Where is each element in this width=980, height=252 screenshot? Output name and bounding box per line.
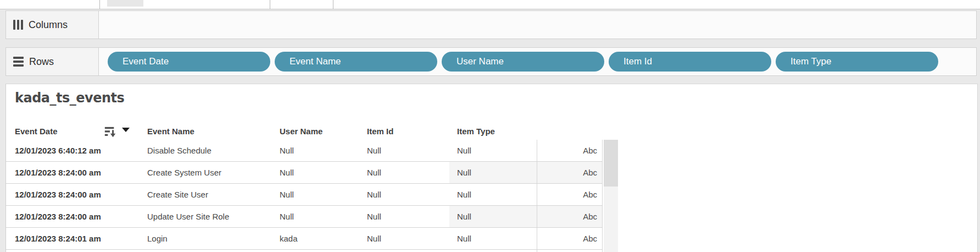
table-row[interactable]: 12/01/2023 8:24:00 am Update User Site R… [6, 206, 603, 228]
cell-item-id: Null [367, 162, 381, 183]
columns-shelf-label-text: Columns [29, 19, 68, 31]
cell-event-date: 12/01/2023 8:24:00 am [15, 162, 101, 183]
column-header-event-date[interactable]: Event Date [15, 125, 58, 140]
partial-tab-shape [107, 0, 143, 7]
top-strip-divider [99, 0, 100, 9]
top-strip-divider [270, 0, 270, 9]
column-header-item-id[interactable]: Item Id [367, 125, 393, 140]
table-row[interactable]: 12/01/2023 8:24:00 am Create System User… [6, 162, 603, 184]
sort-descending-icon[interactable] [102, 126, 118, 138]
column-header-event-name[interactable]: Event Name [147, 125, 194, 140]
field-pill-item-type[interactable]: Item Type [776, 52, 938, 72]
cell-event-date: 12/01/2023 8:24:01 am [15, 228, 101, 249]
cell-item-type: Null [449, 184, 537, 205]
table-header-row: Event Date Event Name User Name Item Id … [6, 125, 603, 141]
cell-item-type: Null [449, 162, 537, 183]
cell-event-name: Update User Site Role [147, 206, 229, 227]
table-row-partial[interactable] [6, 250, 603, 252]
columns-shelf-label: Columns [6, 11, 99, 39]
mark-placeholder-cell: Abc [537, 228, 603, 249]
cell-user-name: kada [280, 228, 298, 249]
mark-placeholder-cell: Abc [537, 162, 603, 183]
cell-user-name: Null [280, 184, 294, 205]
cell-item-type: Null [449, 228, 537, 249]
rows-shelf-icon [13, 57, 24, 67]
mark-placeholder-cell [537, 250, 603, 252]
cell-user-name: Null [280, 140, 294, 161]
sheet-title: kada_ts_events [15, 90, 124, 106]
mark-placeholder-cell: Abc [537, 184, 603, 205]
worksheet-panel: kada_ts_events Event Date Event Name Use… [5, 84, 978, 252]
cell-event-name: Disable Schedule [147, 140, 211, 161]
cell-user-name: Null [280, 162, 294, 183]
vertical-scrollbar[interactable] [604, 140, 618, 252]
cell-user-name: Null [280, 206, 294, 227]
cell-event-name: Create System User [147, 162, 221, 183]
cell-item-type: Null [449, 206, 537, 227]
cell-event-date: 12/01/2023 8:24:00 am [15, 184, 101, 205]
rows-pill-area[interactable]: Event DateEvent NameUser NameItem IdItem… [99, 48, 976, 75]
cell-item-id: Null [367, 184, 381, 205]
cell-item-id: Null [367, 228, 381, 249]
cell-item-type: Null [449, 140, 537, 161]
cell-item-id: Null [367, 206, 381, 227]
columns-shelf-icon [13, 20, 23, 30]
rows-shelf[interactable]: Rows Event DateEvent NameUser NameItem I… [5, 47, 977, 76]
table-body: 12/01/2023 6:40:12 am Disable Schedule N… [6, 140, 603, 252]
top-strip-divider [333, 0, 333, 9]
mark-placeholder-cell: Abc [537, 140, 603, 161]
columns-shelf[interactable]: Columns [5, 10, 977, 39]
column-header-user-name[interactable]: User Name [280, 125, 322, 140]
cell-event-name: Login [147, 228, 168, 249]
field-pill-item-id[interactable]: Item Id [609, 52, 771, 72]
cell-event-date: 12/01/2023 8:24:00 am [15, 206, 101, 227]
table-row[interactable]: 12/01/2023 8:24:00 am Create Site User N… [6, 184, 603, 206]
columns-pill-area[interactable] [99, 11, 976, 39]
scrollbar-thumb[interactable] [604, 140, 618, 187]
rows-shelf-label-text: Rows [29, 56, 54, 68]
rows-shelf-label: Rows [6, 48, 99, 75]
table-row[interactable]: 12/01/2023 8:24:01 am Login kada Null Nu… [6, 228, 603, 250]
header-menu-caret-icon[interactable] [122, 128, 130, 132]
table-row[interactable]: 12/01/2023 6:40:12 am Disable Schedule N… [6, 140, 603, 162]
field-pill-event-name[interactable]: Event Name [275, 52, 437, 72]
cell-event-name: Create Site User [147, 184, 208, 205]
cell-item-id: Null [367, 140, 381, 161]
field-pill-event-date[interactable]: Event Date [108, 52, 270, 72]
field-pill-user-name[interactable]: User Name [442, 52, 604, 72]
mark-placeholder-cell: Abc [537, 206, 603, 227]
cell-item-type [449, 250, 537, 252]
column-header-item-type[interactable]: Item Type [457, 125, 495, 140]
cell-event-date: 12/01/2023 6:40:12 am [15, 140, 101, 161]
top-edge-strip [0, 0, 980, 9]
